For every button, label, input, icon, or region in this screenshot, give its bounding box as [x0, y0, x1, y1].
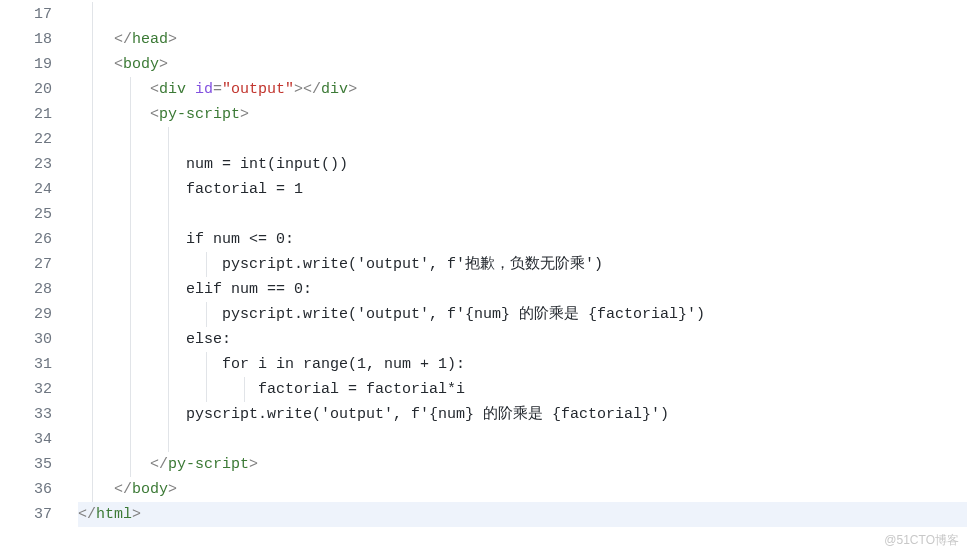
indent-guide	[168, 202, 169, 227]
code-token: factorial = 1	[78, 181, 303, 198]
code-token: >	[348, 81, 357, 98]
line-number: 23	[0, 152, 52, 177]
line-number: 17	[0, 2, 52, 27]
code-line[interactable]: <div id="output"></div>	[78, 77, 967, 102]
indent-guide	[92, 402, 93, 427]
watermark: @51CTO博客	[884, 532, 959, 549]
indent-guide	[168, 252, 169, 277]
code-token: <	[150, 106, 159, 123]
code-line[interactable]	[78, 427, 967, 452]
indent-guide	[92, 177, 93, 202]
line-number: 27	[0, 252, 52, 277]
indent-guide	[206, 252, 207, 277]
code-token: pyscript.write('output', f'{num} 的阶乘是 {f…	[78, 306, 705, 323]
indent-guide	[130, 402, 131, 427]
code-token: ></	[294, 81, 321, 98]
code-line[interactable]: </body>	[78, 477, 967, 502]
indent-guide	[92, 452, 93, 477]
code-line[interactable]: num = int(input())	[78, 152, 967, 177]
line-number: 31	[0, 352, 52, 377]
indent-guide	[130, 352, 131, 377]
code-token: "output"	[222, 81, 294, 98]
indent-guide	[92, 227, 93, 252]
line-number: 25	[0, 202, 52, 227]
indent-guide	[168, 402, 169, 427]
code-line[interactable]: </html>	[78, 502, 967, 527]
line-number: 34	[0, 427, 52, 452]
indent-guide	[130, 377, 131, 402]
indent-guide	[130, 152, 131, 177]
indent-guide	[130, 77, 131, 102]
indent-guide	[130, 127, 131, 152]
code-line[interactable]	[78, 2, 967, 27]
line-number: 20	[0, 77, 52, 102]
code-line[interactable]: </py-script>	[78, 452, 967, 477]
indent-guide	[92, 477, 93, 502]
code-editor[interactable]: 1718192021222324252627282930313233343536…	[0, 0, 967, 553]
code-token: body	[123, 56, 159, 73]
code-line[interactable]: pyscript.write('output', f'抱歉，负数无阶乘')	[78, 252, 967, 277]
indent-guide	[92, 52, 93, 77]
code-token: <	[114, 56, 123, 73]
line-number: 33	[0, 402, 52, 427]
indent-guide	[168, 327, 169, 352]
line-number: 37	[0, 502, 52, 527]
code-line[interactable]: elif num == 0:	[78, 277, 967, 302]
indent-guide	[92, 77, 93, 102]
line-number: 18	[0, 27, 52, 52]
line-number: 30	[0, 327, 52, 352]
code-token: </	[114, 31, 132, 48]
code-token: >	[168, 481, 177, 498]
indent-guide	[92, 127, 93, 152]
code-token: </	[114, 481, 132, 498]
code-token: html	[96, 506, 132, 523]
code-token: <	[150, 81, 159, 98]
code-line[interactable]	[78, 127, 967, 152]
code-token: py-script	[159, 106, 240, 123]
code-token: >	[249, 456, 258, 473]
indent-guide	[168, 427, 169, 452]
indent-guide	[92, 202, 93, 227]
indent-guide	[92, 27, 93, 52]
code-line[interactable]: for i in range(1, num + 1):	[78, 352, 967, 377]
code-line[interactable]: if num <= 0:	[78, 227, 967, 252]
code-line[interactable]: pyscript.write('output', f'{num} 的阶乘是 {f…	[78, 402, 967, 427]
line-number: 22	[0, 127, 52, 152]
code-line[interactable]: factorial = 1	[78, 177, 967, 202]
indent-guide	[168, 152, 169, 177]
indent-guide	[244, 377, 245, 402]
code-token: pyscript.write('output', f'{num} 的阶乘是 {f…	[78, 406, 669, 423]
indent-guide	[206, 302, 207, 327]
code-token: >	[240, 106, 249, 123]
code-token: if num <= 0:	[78, 231, 294, 248]
indent-guide	[92, 252, 93, 277]
code-token: else:	[78, 331, 231, 348]
code-line[interactable]: </head>	[78, 27, 967, 52]
line-number: 36	[0, 477, 52, 502]
indent-guide	[168, 177, 169, 202]
code-token: num = int(input())	[78, 156, 348, 173]
code-token: div	[159, 81, 195, 98]
indent-guide	[168, 302, 169, 327]
indent-guide	[130, 452, 131, 477]
line-number: 28	[0, 277, 52, 302]
line-number: 32	[0, 377, 52, 402]
code-line[interactable]: pyscript.write('output', f'{num} 的阶乘是 {f…	[78, 302, 967, 327]
code-line[interactable]: factorial = factorial*i	[78, 377, 967, 402]
code-line[interactable]: <py-script>	[78, 102, 967, 127]
code-token: div	[321, 81, 348, 98]
code-line[interactable]: <body>	[78, 52, 967, 77]
code-token: >	[168, 31, 177, 48]
code-line[interactable]: else:	[78, 327, 967, 352]
code-token	[78, 56, 114, 73]
indent-guide	[168, 277, 169, 302]
indent-guide	[92, 377, 93, 402]
indent-guide	[168, 227, 169, 252]
line-number-gutter: 1718192021222324252627282930313233343536…	[0, 0, 78, 553]
indent-guide	[130, 277, 131, 302]
code-token: </	[78, 506, 96, 523]
indent-guide	[130, 227, 131, 252]
code-line[interactable]	[78, 202, 967, 227]
code-token: >	[159, 56, 168, 73]
code-area[interactable]: </head> <body> <div id="output"></div> <…	[78, 0, 967, 553]
